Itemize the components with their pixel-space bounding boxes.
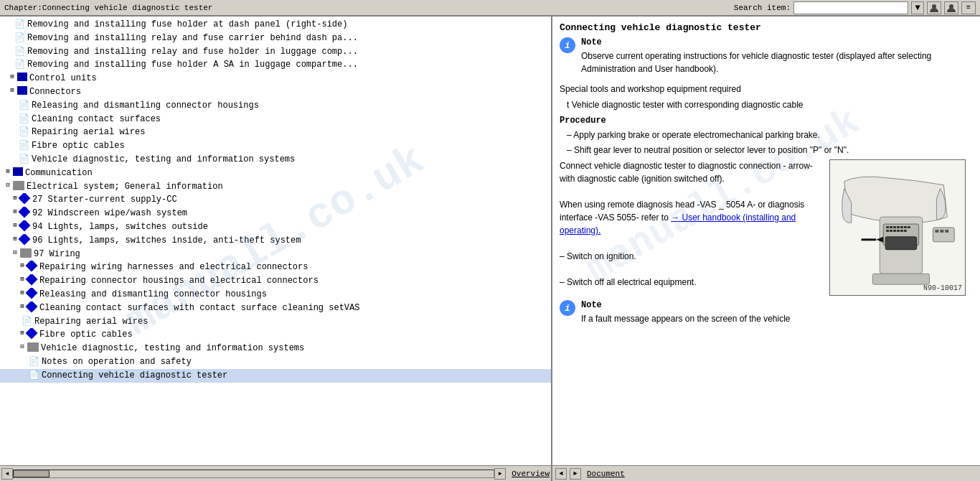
handbook-link[interactable]: → User handbook (installing and operatin… — [560, 213, 796, 235]
special-tools-label: Special tools and workshop equipment req… — [560, 83, 973, 95]
tree-item[interactable]: ⊞ Cleaning contact surfaces with contact… — [0, 302, 551, 315]
diamond-icon — [26, 302, 38, 312]
menu-btn[interactable]: ≡ — [961, 1, 976, 14]
left-panel: manuall.co.uk 📄 Removing and installing … — [0, 17, 552, 465]
tree-item[interactable]: ⊞ Connectors — [0, 85, 551, 99]
expander-icon[interactable]: ⊞ — [7, 86, 17, 95]
user-btn-1[interactable] — [927, 1, 941, 14]
open-book-icon — [20, 248, 32, 258]
doc-icon: 📄 — [22, 316, 32, 328]
doc-nav: ◄ ► Document — [552, 468, 628, 480]
folder-icon — [17, 73, 27, 81]
doc-icon: 📄 — [14, 19, 25, 31]
svg-rect-21 — [935, 230, 938, 233]
svg-rect-23 — [945, 230, 948, 233]
diagnostic-image-container: N90-10017 — [829, 159, 973, 296]
doc-icon: 📄 — [29, 356, 39, 368]
scroll-left-btn[interactable]: ◄ — [1, 468, 13, 480]
search-area: Search item: ▼ ≡ — [734, 1, 976, 14]
procedure-step-2: – Shift gear lever to neutral position o… — [567, 144, 973, 157]
next-btn[interactable]: ► — [570, 468, 581, 480]
tool-item: t Vehicle diagnostic tester with corresp… — [567, 98, 973, 111]
tree-item[interactable]: ⊞ Communication — [0, 167, 551, 180]
svg-rect-6 — [890, 226, 892, 228]
tree-item[interactable]: 📄 Fibre optic cables — [0, 139, 551, 153]
svg-rect-13 — [890, 230, 892, 232]
scroll-thumb[interactable] — [14, 470, 50, 477]
svg-rect-10 — [904, 226, 907, 228]
open-book-icon — [27, 342, 39, 352]
expander-icon[interactable]: ⊟ — [17, 342, 27, 352]
doc-icon: 📄 — [19, 100, 29, 112]
tree-item[interactable]: ⊟ Vehicle diagnostic, testing and inform… — [0, 342, 551, 355]
overview-tab[interactable]: Overview — [512, 469, 550, 479]
note-label-1: Note — [581, 37, 973, 47]
svg-rect-18 — [885, 237, 917, 250]
prev-btn[interactable]: ◄ — [555, 468, 567, 480]
connect-text: Connect vehicle diagnostic tester to dia… — [560, 159, 824, 185]
content-image-section: Connect vehicle diagnostic tester to dia… — [560, 159, 973, 296]
tree-item[interactable]: 📄 Notes on operation and safety — [0, 355, 551, 369]
tree-item[interactable]: 📄 Repairing aerial wires — [0, 315, 551, 329]
svg-rect-24 — [872, 274, 929, 284]
tree-item-selected[interactable]: 📄 Connecting vehicle diagnostic tester — [0, 369, 551, 383]
doc-icon: 📄 — [14, 59, 25, 71]
tree-item[interactable]: 📄 Removing and installing fuse holder at… — [0, 18, 551, 32]
tree-item[interactable]: ⊞ 27 Starter-current supply-CC — [0, 193, 551, 207]
diamond-icon — [26, 274, 38, 285]
note-icon-1: i — [560, 37, 575, 53]
note-label-2: Note — [581, 300, 791, 310]
procedure-step-1: – Apply parking brake or operate electro… — [567, 129, 973, 141]
svg-rect-5 — [886, 226, 889, 228]
tree-item[interactable]: 📄 Repairing aerial wires — [0, 126, 551, 139]
scroll-right-btn[interactable]: ► — [494, 468, 506, 480]
expander-icon[interactable]: ⊞ — [3, 167, 13, 177]
switch-off: – Switch off all electrical equipment. — [560, 276, 824, 289]
diamond-icon — [19, 220, 31, 231]
tree-item[interactable]: ⊟ 97 Wiring — [0, 248, 551, 261]
title-bar: Chapter:Connecting vehicle diagnostic te… — [0, 0, 980, 16]
note-content-2: Note If a fault message appears on the s… — [581, 300, 791, 328]
tree-item[interactable]: ⊞ 92 Windscreen wipe/wash system — [0, 207, 551, 220]
document-tab[interactable]: Document — [587, 470, 625, 478]
tree-item[interactable]: 📄 Removing and installing relay and fuse… — [0, 45, 551, 59]
expander-icon[interactable]: ⊟ — [10, 248, 20, 258]
folder-icon — [13, 167, 23, 176]
expander-icon[interactable]: ⊟ — [3, 181, 13, 190]
svg-rect-15 — [897, 230, 900, 232]
svg-rect-8 — [897, 226, 900, 228]
search-input[interactable] — [793, 1, 908, 14]
tree-item[interactable]: ⊟ Electrical system; General information — [0, 180, 551, 194]
note-box-1: i Note Observe current operating instruc… — [560, 37, 973, 78]
tree-item[interactable]: 📄 Removing and installing fuse holder A … — [0, 58, 551, 72]
expander-icon[interactable]: ⊞ — [7, 73, 17, 82]
svg-rect-20 — [933, 228, 954, 242]
main-container: manuall.co.uk 📄 Removing and installing … — [0, 16, 980, 465]
tree-item[interactable]: ⊞ 96 Lights, lamps, switches inside, ant… — [0, 234, 551, 248]
search-dropdown[interactable]: ▼ — [911, 1, 924, 14]
tree-item[interactable]: ⊞ Fibre optic cables — [0, 328, 551, 342]
procedure-header: Procedure — [560, 116, 973, 126]
image-label: N90-10017 — [923, 284, 962, 292]
tree-item[interactable]: 📄 Vehicle diagnostic, testing and inform… — [0, 153, 551, 167]
svg-rect-16 — [900, 230, 903, 232]
tree-item[interactable]: ⊞ Repairing connector housings and elect… — [0, 274, 551, 288]
tree-item[interactable]: ⊞ Repairing wiring harnesses and electri… — [0, 261, 551, 274]
tree-item[interactable]: 📄 Releasing and dismantling connector ho… — [0, 99, 551, 113]
left-bottom-bar: ◄ ► Overview — [0, 466, 552, 481]
user-btn-2[interactable] — [944, 1, 958, 14]
tree-item[interactable]: 📄 Cleaning contact surfaces — [0, 113, 551, 126]
diamond-icon — [19, 207, 31, 218]
tree-item[interactable]: ⊞ Releasing and dismantling connector ho… — [0, 288, 551, 302]
doc-icon: 📄 — [14, 46, 25, 58]
svg-rect-7 — [893, 226, 896, 228]
tree-item[interactable]: ⊞ 94 Lights, lamps, switches outside — [0, 220, 551, 234]
right-panel: manuall.co.uk Connecting vehicle diagnos… — [552, 17, 980, 465]
tree-item[interactable]: 📄 Removing and installing relay and fuse… — [0, 32, 551, 45]
search-label: Search item: — [734, 4, 791, 12]
content-left: Connect vehicle diagnostic tester to dia… — [560, 159, 824, 296]
svg-rect-9 — [900, 226, 903, 228]
svg-rect-17 — [904, 230, 907, 232]
note-text-2: If a fault message appears on the screen… — [581, 312, 791, 325]
tree-item[interactable]: ⊞ Control units — [0, 72, 551, 85]
